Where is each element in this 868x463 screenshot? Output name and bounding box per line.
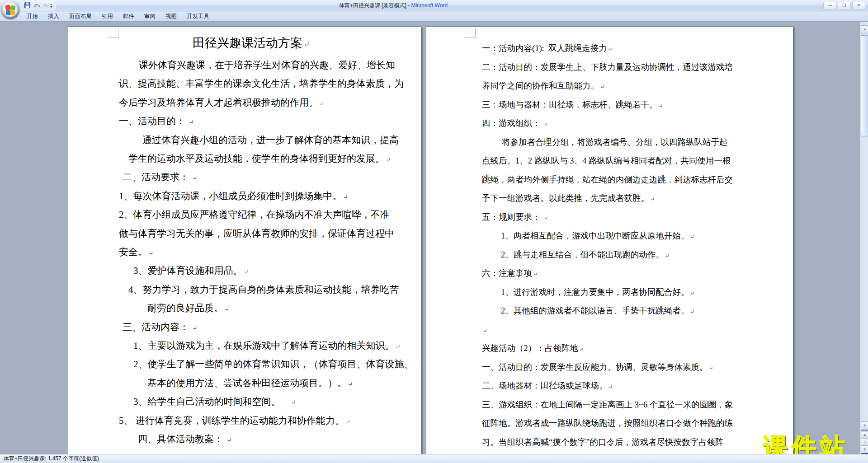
- text-line: 2、体育小组成员应严格遵守纪律，在操场内不准大声喧哗，不准: [119, 209, 383, 221]
- text-line: 课外体育兴趣课，在于培养学生对体育的兴趣、爱好、增长知: [119, 59, 403, 71]
- word-window: 体育+田径兴趣课 [兼容模式] - Microsoft Word — ❐ ✕ ↶…: [0, 0, 868, 463]
- undo-button[interactable]: ↶▾: [33, 2, 40, 10]
- minimize-button[interactable]: —: [823, 2, 836, 10]
- paragraph-mark-icon: ↵: [192, 325, 197, 332]
- paragraph-mark-icon: ↵: [345, 418, 350, 425]
- text-line: 识、提高技能、丰富学生的课余文化生活，培养学生的身体素质，为: [119, 78, 383, 90]
- text-line: 二：活动目的：发展学生上、下肢力量及运动协调性，通过该游戏培: [482, 62, 744, 73]
- scrollbar-thumb[interactable]: [861, 35, 868, 136]
- kjzhan-logo-text: 课件站: [750, 435, 860, 454]
- text-line: 2、其他组的游戏者不能以语言、手势干扰跳绳者。↵: [482, 305, 763, 318]
- paragraph-mark-icon: ↵: [533, 271, 538, 277]
- text-line: 三、游戏组织：在地上间隔一定距离画上 3~6 个直径一米的圆圈，象: [482, 399, 744, 411]
- status-bar: 体育+田径兴趣课: 1,457 个字符(近似值): [0, 454, 868, 463]
- paragraph-mark-icon: ↵: [690, 290, 694, 296]
- text-line: 予下一组游戏者。以此类推，先完成者获胜。↵: [482, 193, 744, 205]
- close-button[interactable]: ✕: [852, 2, 865, 10]
- paragraph-mark-icon: ↵: [148, 250, 153, 257]
- paragraph-mark-icon: ↵: [348, 381, 353, 388]
- text-line: 四、具体活动教案： ↵: [119, 433, 402, 446]
- text-line: 1、两者相互配合，游戏中出现中断应从原地开始。↵: [482, 230, 763, 243]
- text-line: 1、进行游戏时，注意力要集中，两者协同配合好。↵: [482, 287, 763, 299]
- undo-dropdown-icon[interactable]: ▾: [38, 5, 40, 8]
- office-logo-icon: [4, 3, 17, 17]
- kjzhan-watermark: 课件站 www.kjzhan.com: [750, 435, 860, 454]
- scroll-down-icon[interactable]: ▼: [861, 421, 868, 430]
- text-line: 一、活动目的： ↵: [119, 115, 383, 128]
- next-page-button[interactable]: ▼: [861, 445, 868, 454]
- ribbon-tab-5[interactable]: 邮件: [118, 11, 139, 21]
- paragraph-mark-icon: ↵: [650, 196, 655, 202]
- quick-access-toolbar: ↶▾ ↷ ▾: [20, 1, 56, 11]
- text-line: 三、活动内容： ↵: [119, 321, 387, 334]
- paragraph-mark-icon: ↵: [483, 328, 487, 333]
- text-line: 五：规则要求： ↵: [482, 212, 744, 224]
- save-floppy-icon: [24, 2, 31, 9]
- paragraph-mark-icon: ↵: [189, 119, 193, 126]
- text-line: 3、给学生自己活动的时间和空间。 ↵: [119, 396, 398, 409]
- ribbon-tab-4[interactable]: 引用: [97, 11, 118, 21]
- paragraph-mark-icon: ↵: [659, 103, 663, 108]
- document-page-1[interactable]: 田径兴趣课活动方案↵ 课外体育兴趣课，在于培养学生对体育的兴趣、爱好、增长知识、…: [68, 26, 421, 454]
- office-button[interactable]: [1, 1, 19, 19]
- text-line: 4、努力学习，致力于提高自身的身体素质和运动技能，培养吃苦: [119, 284, 393, 296]
- text-line: 三：场地与器材：田径场，标志杆、跳绳若干。↵: [482, 99, 744, 112]
- document-page-2[interactable]: 一：活动内容(1): 双人跳绳走接力↵二：活动目的：发展学生上、下肢力量及运动协…: [426, 26, 793, 454]
- text-line: 基本的使用方法、尝试各种田径运动项目。）。↵: [119, 377, 412, 390]
- paragraph-mark-icon: ↵: [396, 343, 401, 350]
- text-line: 四：游戏组织： ↵: [482, 118, 744, 130]
- ribbon-tab-2[interactable]: 插入: [43, 11, 64, 21]
- text-line: 一：活动内容(1): 双人跳绳走接力↵: [482, 43, 744, 55]
- paragraph-mark-icon: ↵: [709, 365, 713, 371]
- ribbon-tab-3[interactable]: 页面布局: [64, 11, 97, 21]
- app-name: - Microsoft Word: [408, 2, 448, 9]
- margin-corner-mark: [465, 28, 476, 38]
- text-line: 做与体育学习无关的事，应听从体育教师的安排，保证体育过程中: [119, 228, 383, 240]
- ribbon-tab-bar: 开始插入页面布局引用邮件审阅视图开发工具: [0, 12, 868, 22]
- scroll-up-icon[interactable]: ▲: [861, 25, 868, 33]
- text-line: 将参加者合理分组，将游戏者编号、分组，以四路纵队站于起: [482, 137, 764, 148]
- restore-button[interactable]: ❐: [838, 2, 851, 10]
- paragraph-mark-icon: ↵: [319, 100, 324, 107]
- paragraph-mark-icon: ↵: [386, 156, 391, 163]
- text-line: 2、跳与走相互结合，但不能出现跑的动作。↵: [482, 249, 763, 262]
- word-count-status[interactable]: 体育+田径兴趣课: 1,457 个字符(近似值): [4, 455, 99, 462]
- paragraph-mark-icon: ↵: [690, 309, 694, 314]
- paragraph-mark-icon: ↵: [690, 234, 694, 239]
- save-button[interactable]: [24, 2, 31, 11]
- text-line: 通过体育兴趣小组的活动，进一步了解体育的基本知识，提高: [119, 134, 407, 146]
- ribbon-tab-7[interactable]: 视图: [160, 11, 182, 21]
- paragraph-mark-icon: ↵: [543, 122, 548, 127]
- title-bar: 体育+田径兴趣课 [兼容模式] - Microsoft Word — ❐ ✕: [0, 0, 868, 12]
- ribbon-tab-6[interactable]: 审阅: [139, 11, 160, 21]
- paragraph-mark-icon: ↵: [343, 194, 348, 201]
- paragraph-mark-icon: ↵: [543, 215, 548, 221]
- text-line: 1、每次体育活动课，小组成员必须准时到操场集中。↵: [119, 190, 383, 203]
- paragraph-mark-icon: ↵: [608, 47, 612, 52]
- paragraph-mark-icon: ↵: [609, 384, 613, 389]
- text-line: 六：注意事项↵: [482, 268, 744, 280]
- text-line: 学生的运动水平及运动技能，使学生的身体得到更好的发展。↵: [119, 153, 393, 166]
- text-line: 兴趣活动（2）：占领阵地↵: [482, 343, 744, 355]
- text-line: 征阵地。游戏者成一路纵队绕场跑进，按照组织者口令做个种跑的练: [482, 418, 744, 429]
- paragraph-mark-icon: ↵: [600, 84, 604, 89]
- text-line: 跳绳，两者均外侧手持绳，站在绳的内侧边走边跳，到达标志杆后交: [482, 174, 744, 186]
- paragraph-mark-icon: ↵: [224, 306, 229, 313]
- ribbon-tab-8[interactable]: 开发工具: [182, 11, 214, 21]
- paragraph-mark-icon: ↵: [665, 253, 670, 258]
- text-line: 今后学习及培养体育人才起着积极推动的作用。↵: [119, 97, 383, 110]
- text-line: 点线后。1、2 路纵队与 3、4 路纵队编号相同者配对，共同使用一根: [482, 155, 744, 167]
- document-title: 田径兴趣课活动方案↵: [119, 36, 383, 52]
- text-line: 二、场地器材：田径场或足球场。↵: [482, 380, 744, 393]
- paragraph-mark-icon: ↵: [226, 437, 231, 444]
- text-line: 二、活动要求： ↵: [119, 171, 387, 184]
- qat-customize-button[interactable]: ▾: [50, 4, 52, 9]
- text-line: 养同学之间的协作和互助能力。↵: [482, 80, 744, 93]
- paragraph-mark-icon: ↵: [244, 268, 249, 275]
- redo-button[interactable]: ↷: [42, 2, 47, 10]
- paragraph-mark-icon: ↵: [303, 40, 310, 49]
- window-title: 体育+田径兴趣课 [兼容模式] - Microsoft Word: [0, 0, 787, 12]
- ribbon-tab-1[interactable]: 开始: [22, 11, 43, 21]
- text-line: 5、 进行体育竞赛，训练学生的运动能力和协作能力。↵: [119, 415, 383, 428]
- vertical-scrollbar[interactable]: ▲ ▼ ▲ ○ ▼: [860, 22, 868, 454]
